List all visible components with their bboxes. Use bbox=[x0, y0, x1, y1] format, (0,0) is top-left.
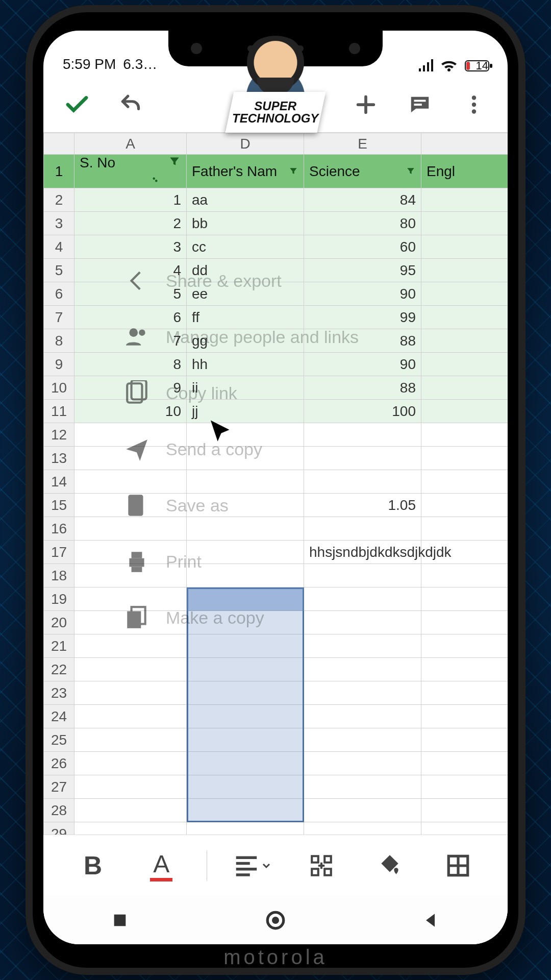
home-button[interactable] bbox=[265, 910, 286, 931]
rownum-1[interactable]: 1 bbox=[44, 155, 74, 188]
more-vert-icon bbox=[462, 93, 486, 116]
filter-icon[interactable] bbox=[168, 155, 181, 188]
selection-active-cell[interactable] bbox=[187, 587, 304, 611]
data-row[interactable]: 32bb80 bbox=[44, 212, 508, 235]
svg-point-3 bbox=[472, 95, 476, 100]
phone-frame: SUPER TECHNOLOGY 5:59 PM 6.3… 14 bbox=[26, 5, 525, 975]
avatar-line2: TECHNOLOGY bbox=[232, 111, 318, 125]
filter-icon[interactable] bbox=[406, 163, 416, 180]
header-row[interactable]: 1 S. No Father's Nam Science Engl bbox=[44, 155, 508, 188]
empty-row[interactable]: 18 bbox=[44, 564, 508, 587]
header-sno: S. No bbox=[74, 155, 187, 188]
empty-row[interactable]: 17hhsjsndbjdkdksdjkdjdk bbox=[44, 541, 508, 564]
svg-point-21 bbox=[272, 917, 279, 924]
col-header-E[interactable]: E bbox=[304, 133, 421, 155]
plus-icon bbox=[354, 93, 378, 116]
done-button[interactable] bbox=[59, 86, 95, 123]
header-english: Engl bbox=[421, 155, 508, 188]
textcolor-button[interactable]: A bbox=[138, 843, 184, 889]
fill-icon bbox=[377, 853, 403, 878]
bold-button[interactable]: B bbox=[70, 843, 116, 889]
comments-button[interactable] bbox=[402, 86, 438, 123]
check-icon bbox=[63, 91, 91, 118]
phone-screen: SUPER TECHNOLOGY 5:59 PM 6.3… 14 bbox=[43, 31, 508, 944]
empty-row[interactable]: 12 bbox=[44, 423, 508, 447]
svg-rect-19 bbox=[114, 914, 126, 926]
merge-button[interactable] bbox=[298, 843, 344, 889]
data-row[interactable]: 109ii88 bbox=[44, 376, 508, 400]
borders-button[interactable] bbox=[435, 843, 481, 889]
data-row[interactable]: 21aa84 bbox=[44, 188, 508, 212]
undo-icon bbox=[118, 92, 144, 117]
status-extra: 6.3… bbox=[123, 56, 157, 72]
phone-brand-label: motorola bbox=[26, 946, 525, 969]
svg-rect-2 bbox=[490, 64, 492, 68]
android-navbar bbox=[43, 896, 508, 944]
col-header-A[interactable]: A bbox=[74, 133, 187, 155]
data-row[interactable]: 76ff99 bbox=[44, 306, 508, 329]
header-science: Science bbox=[304, 155, 421, 188]
mouse-cursor-icon bbox=[207, 418, 235, 446]
merge-icon bbox=[309, 853, 334, 878]
selection-d19-d28[interactable] bbox=[187, 587, 304, 822]
align-left-icon bbox=[233, 852, 260, 879]
svg-point-5 bbox=[472, 109, 476, 113]
avatar-line1: SUPER bbox=[255, 99, 297, 113]
empty-row[interactable]: 29 bbox=[44, 822, 508, 835]
col-header-D[interactable]: D bbox=[187, 133, 304, 155]
fillcolor-button[interactable] bbox=[367, 843, 413, 889]
empty-row[interactable]: 14 bbox=[44, 470, 508, 494]
back-button[interactable] bbox=[422, 912, 440, 929]
data-row[interactable]: 87gg88 bbox=[44, 329, 508, 353]
svg-point-6 bbox=[153, 178, 156, 180]
empty-row[interactable]: 16 bbox=[44, 517, 508, 541]
data-row[interactable]: 65ee90 bbox=[44, 282, 508, 306]
more-button[interactable] bbox=[456, 86, 492, 123]
svg-point-7 bbox=[155, 180, 158, 182]
header-father: Father's Nam bbox=[187, 155, 304, 188]
creator-avatar: SUPER TECHNOLOGY bbox=[209, 36, 342, 133]
data-row[interactable]: 98hh90 bbox=[44, 353, 508, 376]
comment-icon bbox=[408, 93, 432, 116]
battery-percent: 14 bbox=[476, 59, 488, 72]
add-button[interactable] bbox=[347, 86, 384, 123]
col-header-F[interactable] bbox=[421, 133, 508, 155]
data-row[interactable]: 54dd95 bbox=[44, 259, 508, 282]
status-time: 5:59 PM bbox=[63, 56, 116, 72]
undo-button[interactable] bbox=[113, 86, 149, 123]
svg-rect-1 bbox=[466, 62, 470, 70]
column-letters-row[interactable]: A D E bbox=[44, 133, 508, 155]
data-row[interactable]: 1110jj100 bbox=[44, 400, 508, 423]
chevron-down-icon bbox=[260, 860, 272, 872]
svg-point-4 bbox=[472, 102, 476, 106]
spreadsheet-area[interactable]: A D E 1 S. No Father's Nam Science bbox=[43, 133, 508, 835]
empty-row[interactable]: 13 bbox=[44, 447, 508, 470]
recent-apps-button[interactable] bbox=[111, 912, 129, 929]
align-button[interactable] bbox=[230, 843, 276, 889]
empty-row[interactable]: 151.05 bbox=[44, 494, 508, 517]
wifi-icon bbox=[440, 59, 458, 72]
borders-icon bbox=[445, 853, 471, 878]
format-toolbar: B A bbox=[43, 835, 508, 896]
data-row[interactable]: 43cc60 bbox=[44, 235, 508, 259]
signal-icon bbox=[418, 59, 433, 72]
filter-icon[interactable] bbox=[288, 163, 298, 180]
